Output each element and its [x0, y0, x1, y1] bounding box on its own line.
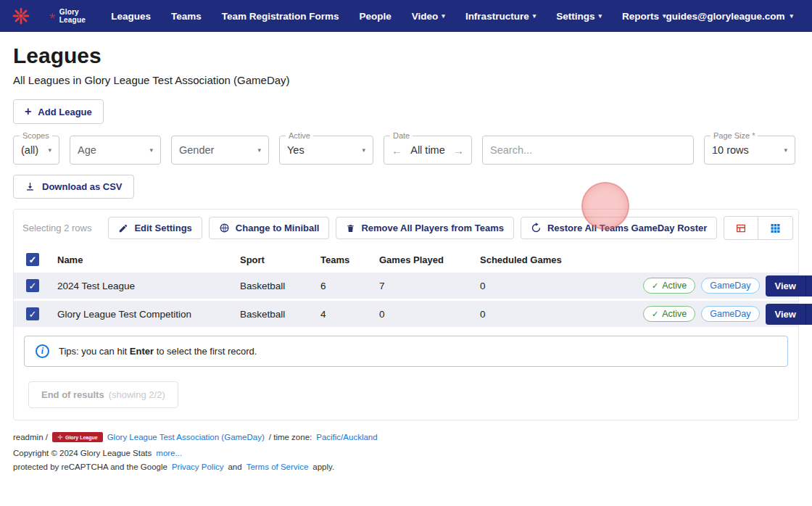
more-link[interactable]: more... [156, 449, 182, 457]
glory-league-mini-icon [49, 11, 56, 21]
date-filter[interactable]: Date ← All time → [384, 136, 472, 165]
status-badge: ✓ Active [643, 306, 695, 322]
glory-league-logo-icon[interactable] [12, 6, 30, 26]
navbar: Glory League Leagues Teams Team Registra… [0, 0, 812, 32]
nav-leagues[interactable]: Leagues [111, 11, 151, 22]
league-sport: Basketball [240, 281, 320, 291]
league-games-played: 0 [379, 309, 480, 320]
view-button[interactable]: View [766, 275, 805, 296]
check-icon: ✓ [29, 281, 37, 291]
active-select[interactable]: Active Yes ▾ [279, 136, 373, 165]
add-league-button[interactable]: + Add League [13, 99, 104, 124]
view-dropdown-button[interactable]: ▾ [805, 304, 812, 325]
enter-key-label: Enter [130, 346, 154, 357]
pencil-icon [118, 223, 128, 233]
chevron-down-icon: ▾ [663, 13, 666, 20]
and-text: and [228, 463, 241, 471]
restore-gameday-roster-button[interactable]: Restore All Teams GameDay Roster [521, 217, 717, 239]
check-icon: ✓ [29, 310, 37, 319]
logo-burst-icon [12, 7, 30, 25]
tips-banner: i Tips: you can hit Enter to select the … [24, 336, 788, 367]
timezone-prefix: / time zone: [269, 433, 312, 441]
glory-league-chip[interactable]: Glory League [52, 432, 103, 442]
search-field[interactable] [482, 136, 694, 165]
select-all-checkbox[interactable]: ✓ [26, 253, 39, 266]
scopes-label: Scopes [20, 131, 52, 140]
view-dropdown-button[interactable]: ▾ [805, 275, 812, 296]
age-select[interactable]: Age ▾ [70, 136, 161, 165]
page-size-label: Page Size * [710, 131, 758, 140]
row-actions: ✓ Active GameDay View ▾ [643, 275, 812, 296]
date-next-icon[interactable]: → [453, 144, 464, 157]
grid-icon [769, 223, 782, 234]
table-row[interactable]: ✓ 2024 Test League Basketball 6 7 0 ✓ Ac… [14, 273, 798, 299]
nav-infrastructure[interactable]: Infrastructure▾ [465, 11, 536, 22]
account-menu[interactable]: guides@gloryleague.com ▾ [666, 11, 793, 22]
table-view-button[interactable] [724, 216, 758, 240]
nav-settings[interactable]: Settings▾ [556, 11, 602, 22]
chevron-down-icon: ▾ [790, 13, 793, 20]
page-title: Leagues [13, 43, 799, 68]
chevron-down-icon: ▾ [533, 13, 536, 20]
row-checkbox[interactable]: ✓ [26, 307, 39, 320]
check-icon: ✓ [29, 255, 37, 265]
restore-icon [531, 223, 542, 233]
nav-team-registration-forms[interactable]: Team Registration Forms [222, 11, 339, 22]
footer: readmin / Glory League Glory League Test… [0, 420, 812, 471]
nav-teams[interactable]: Teams [171, 11, 202, 22]
date-label: Date [390, 131, 413, 140]
plus-icon: + [25, 106, 31, 117]
view-button[interactable]: View [766, 304, 805, 325]
nav-people[interactable]: People [360, 11, 392, 22]
basketball-icon [219, 223, 230, 233]
end-of-results: End of results (showing 2/2) [28, 381, 178, 408]
date-prev-icon[interactable]: ← [392, 144, 402, 157]
platform-badge: GameDay [701, 278, 759, 294]
brand-label: Glory League [59, 8, 89, 24]
change-to-miniball-button[interactable]: Change to Miniball [209, 217, 330, 239]
platform-badge: GameDay [701, 306, 759, 322]
active-label: Active [286, 131, 313, 140]
main-nav: Leagues Teams Team Registration Forms Pe… [111, 11, 666, 22]
association-link[interactable]: Glory League Test Association (GameDay) [107, 433, 265, 441]
table-icon [734, 223, 747, 234]
league-teams: 4 [320, 309, 379, 320]
footer-copyright-row: Copyright © 2024 Glory League Stats more… [13, 449, 799, 457]
page-size-select[interactable]: Page Size * 10 rows ▾ [704, 136, 795, 165]
nav-video[interactable]: Video▾ [412, 11, 445, 22]
chevron-down-icon: ▾ [41, 146, 51, 154]
terms-of-service-link[interactable]: Terms of Service [246, 463, 309, 471]
download-icon [25, 181, 36, 192]
gender-select[interactable]: Gender ▾ [171, 136, 269, 165]
status-badge: ✓ Active [643, 278, 695, 294]
footer-user: readmin / [13, 433, 48, 441]
nav-reports[interactable]: Reports▾ [622, 11, 666, 22]
view-mode-toggle [724, 216, 793, 240]
showing-count: (showing 2/2) [109, 389, 165, 400]
remove-all-players-button[interactable]: Remove All Players from Teams [336, 217, 514, 239]
league-name: Glory League Test Competition [57, 309, 240, 320]
grid-view-button[interactable] [758, 216, 793, 240]
column-scheduled-games: Scheduled Games [480, 254, 643, 265]
scopes-select[interactable]: Scopes (all) ▾ [13, 136, 59, 165]
edit-settings-button[interactable]: Edit Settings [108, 217, 202, 239]
bulk-actions-toolbar: Selecting 2 rows Edit Settings Change to… [14, 210, 798, 246]
row-actions: ✓ Active GameDay View ▾ [643, 304, 812, 325]
timezone-link[interactable]: Pacific/Auckland [316, 433, 377, 441]
league-name: 2024 Test League [57, 281, 240, 291]
filters-bar: Scopes (all) ▾ Age ▾ Gender ▾ Active Yes… [13, 136, 799, 165]
download-csv-button[interactable]: Download as CSV [13, 175, 134, 199]
info-icon: i [36, 344, 49, 358]
footer-recaptcha-row: protected by reCAPTCHA and the Google Pr… [13, 463, 799, 471]
row-checkbox[interactable]: ✓ [26, 279, 39, 292]
chevron-down-icon: ▾ [250, 146, 261, 154]
leagues-table-card: Selecting 2 rows Edit Settings Change to… [13, 209, 799, 420]
apply-text: apply. [312, 463, 334, 471]
glory-league-brand[interactable]: Glory League [49, 8, 89, 24]
table-row[interactable]: ✓ Glory League Test Competition Basketba… [14, 301, 798, 327]
search-input[interactable] [490, 144, 686, 156]
privacy-policy-link[interactable]: Privacy Policy [172, 463, 224, 471]
chevron-down-icon: ▾ [776, 146, 787, 154]
column-games-played: Games Played [379, 254, 480, 265]
chevron-down-icon: ▾ [355, 146, 365, 154]
